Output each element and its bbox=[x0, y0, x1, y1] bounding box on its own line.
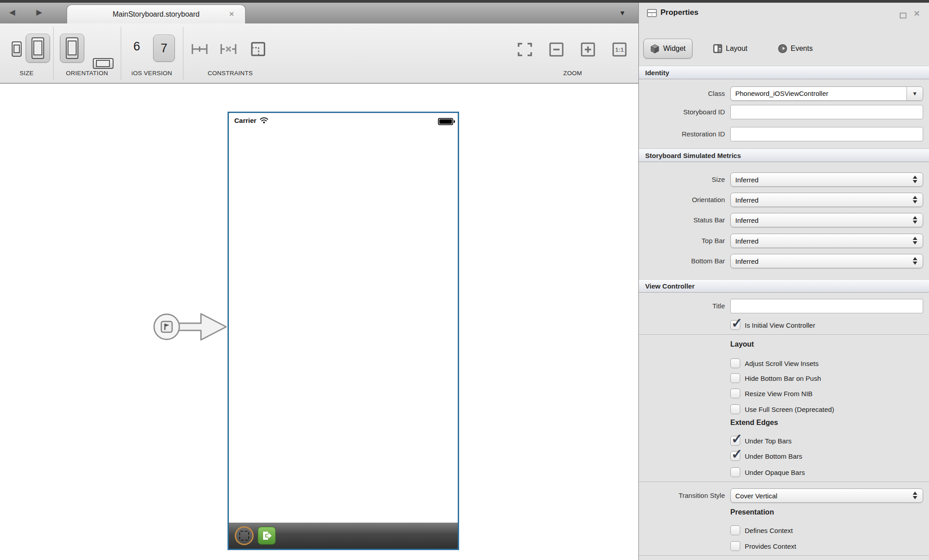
checkbox-label: Adjust Scroll View Insets bbox=[745, 360, 819, 367]
simulated-status-bar: Carrier bbox=[234, 117, 269, 124]
zoom-out-button[interactable] bbox=[549, 42, 564, 59]
hide-bottom-bar-on-push-checkbox[interactable]: ✓ bbox=[730, 373, 740, 383]
panel-close-icon[interactable]: ✕ bbox=[914, 9, 920, 18]
orientation-portrait-button[interactable] bbox=[60, 34, 84, 63]
checkbox-row: ✓ Use Full Screen (Deprecated) bbox=[730, 404, 834, 415]
tab-mainstoryboard[interactable]: MainStoryboard.storyboard ✕ bbox=[67, 5, 246, 23]
tab-widget[interactable]: Widget bbox=[643, 39, 692, 59]
resize-frame-button[interactable] bbox=[250, 41, 266, 59]
title-field[interactable] bbox=[730, 299, 923, 313]
width-constraint-icon bbox=[191, 42, 208, 56]
layout-heading: Layout bbox=[730, 340, 754, 348]
battery-icon bbox=[438, 118, 453, 125]
restoration-id-label: Restoration ID bbox=[639, 127, 725, 141]
size-label: Size bbox=[639, 172, 725, 187]
checkbox-row: ✓ Adjust Scroll View Insets bbox=[730, 358, 819, 369]
tab-bar: ◀ ▶ MainStoryboard.storyboard ✕ ▼ bbox=[0, 3, 638, 23]
zoom-in-icon bbox=[580, 42, 596, 57]
checkbox-row: ✓ Under Top Bars bbox=[730, 435, 792, 446]
top-bar-popup[interactable]: Inferred bbox=[730, 234, 923, 248]
storyboard-id-label: Storyboard ID bbox=[639, 105, 725, 119]
identity-section-header: Identity bbox=[639, 66, 929, 79]
cube-icon bbox=[650, 44, 660, 54]
view-controller-section-header: View Controller bbox=[639, 279, 929, 293]
is-initial-view-controller-label: Is Initial View Controller bbox=[745, 321, 815, 329]
orientation-popup[interactable]: Inferred bbox=[730, 193, 923, 207]
section-divider bbox=[639, 555, 929, 556]
svg-text:1:1: 1:1 bbox=[615, 46, 624, 53]
orientation-group-label: ORIENTATION bbox=[53, 70, 121, 77]
wifi-icon bbox=[260, 117, 269, 124]
checkbox-label: Resize View From NIB bbox=[745, 390, 813, 397]
adjust-scroll-view-insets-checkbox[interactable]: ✓ bbox=[730, 358, 740, 368]
tab-close-icon[interactable]: ✕ bbox=[229, 10, 234, 18]
zoom-in-button[interactable] bbox=[580, 42, 596, 59]
exit-segue-icon[interactable] bbox=[258, 527, 276, 545]
checkbox-row: ✓ Provides Context bbox=[730, 541, 796, 551]
fit-screen-icon bbox=[517, 42, 533, 57]
defines-context-checkbox[interactable]: ✓ bbox=[730, 525, 740, 535]
status-bar-popup[interactable]: Inferred bbox=[730, 213, 923, 227]
layout-panes-icon bbox=[713, 44, 722, 53]
size-large-phone-button[interactable] bbox=[26, 34, 50, 63]
forward-button[interactable]: ▶ bbox=[33, 7, 45, 18]
checkbox-label: Under Opaque Bars bbox=[745, 469, 805, 476]
frame-resize-icon bbox=[250, 41, 266, 57]
under-bottom-bars-checkbox[interactable]: ✓ bbox=[730, 451, 740, 461]
checkmark-icon: ✓ bbox=[731, 446, 742, 462]
restoration-id-field[interactable] bbox=[730, 127, 923, 141]
under-opaque-bars-checkbox[interactable]: ✓ bbox=[730, 467, 740, 477]
zoom-fit-button[interactable] bbox=[517, 42, 533, 59]
delete-constraint-icon bbox=[220, 42, 237, 56]
resize-view-from-nib-checkbox[interactable]: ✓ bbox=[730, 388, 740, 398]
class-combo[interactable]: Phoneword_iOSViewController ▼ bbox=[730, 86, 923, 101]
stepper-icon bbox=[913, 176, 917, 183]
checkbox-label: Defines Context bbox=[745, 527, 793, 534]
ios-version-6-button[interactable]: 6 bbox=[133, 40, 140, 54]
bottom-bar-popup[interactable]: Inferred bbox=[730, 254, 923, 268]
checkbox-row: ✓ Under Opaque Bars bbox=[730, 467, 805, 478]
one-to-one-icon: 1:1 bbox=[612, 42, 627, 57]
tab-events[interactable]: Events bbox=[778, 44, 813, 53]
back-button[interactable]: ◀ bbox=[6, 7, 18, 18]
class-label: Class bbox=[639, 86, 725, 101]
bottom-bar-label: Bottom Bar bbox=[639, 254, 725, 268]
orientation-landscape-button[interactable] bbox=[93, 58, 114, 69]
dock-panel-icon[interactable] bbox=[900, 13, 906, 18]
checkbox-label: Under Bottom Bars bbox=[745, 452, 802, 460]
designer-toolbar: SIZE ORIENTATION 6 7 iOS VERSION bbox=[0, 23, 638, 84]
tab-layout[interactable]: Layout bbox=[713, 44, 747, 53]
zoom-actual-size-button[interactable]: 1:1 bbox=[612, 42, 627, 59]
design-canvas[interactable]: Carrier bbox=[0, 84, 638, 560]
constraints-group-label: CONSTRAINTS bbox=[183, 70, 278, 77]
size-group-label: SIZE bbox=[0, 70, 53, 77]
add-constraint-button[interactable] bbox=[191, 42, 208, 58]
storyboard-id-field[interactable] bbox=[730, 105, 923, 119]
class-combo-arrow-icon[interactable]: ▼ bbox=[906, 87, 923, 100]
checkbox-row: ✓ Resize View From NIB bbox=[730, 388, 813, 399]
initial-view-controller-arrow[interactable] bbox=[152, 308, 229, 346]
ios-version-7-button[interactable]: 7 bbox=[153, 35, 175, 62]
stepper-icon bbox=[913, 257, 917, 265]
remove-constraint-button[interactable] bbox=[220, 42, 237, 58]
properties-panel: Properties ✕ Widget Layout Events Identi… bbox=[638, 3, 929, 560]
view-controller-icon[interactable] bbox=[235, 526, 254, 545]
class-value: Phoneword_iOSViewController bbox=[731, 87, 906, 100]
size-popup[interactable]: Inferred bbox=[730, 172, 923, 187]
view-controller-badge-icon bbox=[161, 321, 172, 332]
checkbox-label: Hide Bottom Bar on Push bbox=[745, 375, 821, 382]
view-controller-scene[interactable]: Carrier bbox=[228, 112, 459, 550]
metrics-section-header: Storyboard Simulated Metrics bbox=[639, 149, 929, 162]
panel-title: Properties bbox=[660, 8, 698, 17]
stepper-icon bbox=[913, 216, 917, 224]
transition-style-popup[interactable]: Cover Vertical bbox=[730, 488, 923, 503]
use-full-screen-checkbox[interactable]: ✓ bbox=[730, 404, 740, 414]
is-initial-view-controller-checkbox[interactable]: ✓ bbox=[730, 320, 740, 330]
under-top-bars-checkbox[interactable]: ✓ bbox=[730, 436, 740, 446]
provides-context-checkbox[interactable]: ✓ bbox=[730, 541, 740, 551]
zoom-group-label: ZOOM bbox=[517, 70, 628, 77]
tab-overflow-icon[interactable]: ▼ bbox=[619, 9, 626, 17]
checkbox-label: Under Top Bars bbox=[745, 437, 792, 445]
checkmark-icon: ✓ bbox=[731, 315, 742, 331]
size-small-phone-button[interactable] bbox=[12, 41, 22, 57]
